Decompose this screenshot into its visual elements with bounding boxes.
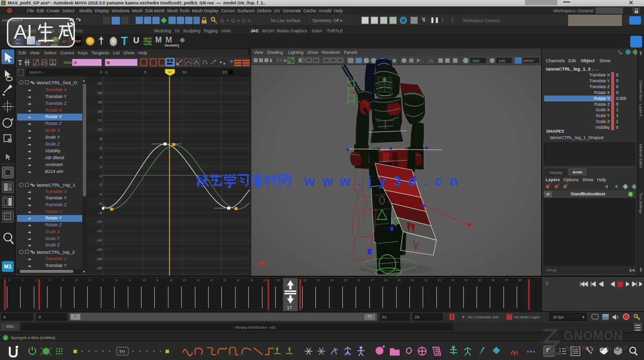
svg-text:GNOMON: GNOMON (564, 329, 623, 342)
svg-text:-12: -12 (96, 229, 102, 233)
svg-text:8: 8 (100, 137, 102, 141)
svg-text:14: 14 (97, 109, 102, 114)
svg-text:20: 20 (97, 81, 102, 86)
svg-text:-16: -16 (96, 247, 102, 252)
svg-text:THE: THE (554, 330, 559, 338)
svg-text:WORKSHOP: WORKSHOP (564, 344, 631, 352)
svg-text:6: 6 (100, 146, 102, 150)
svg-text:-10: -10 (96, 219, 102, 224)
svg-text:-4: -4 (98, 192, 102, 196)
svg-text:18: 18 (97, 91, 102, 95)
svg-text:-2: -2 (98, 183, 102, 187)
svg-text:16: 16 (97, 100, 102, 104)
svg-text:-8: -8 (98, 211, 102, 215)
svg-text:x: x (266, 264, 268, 269)
svg-text:-20: -20 (96, 266, 102, 270)
svg-text:10: 10 (97, 127, 102, 132)
svg-text:TH: TH (119, 349, 125, 354)
svg-text:12: 12 (97, 118, 102, 122)
svg-text:-14: -14 (96, 238, 102, 242)
svg-text:-18: -18 (96, 257, 102, 261)
svg-text:-6: -6 (98, 201, 102, 206)
svg-text:4: 4 (100, 155, 102, 160)
svg-text:10: 10 (168, 71, 171, 73)
svg-text:0: 0 (100, 174, 102, 178)
svg-text:2: 2 (100, 165, 102, 169)
